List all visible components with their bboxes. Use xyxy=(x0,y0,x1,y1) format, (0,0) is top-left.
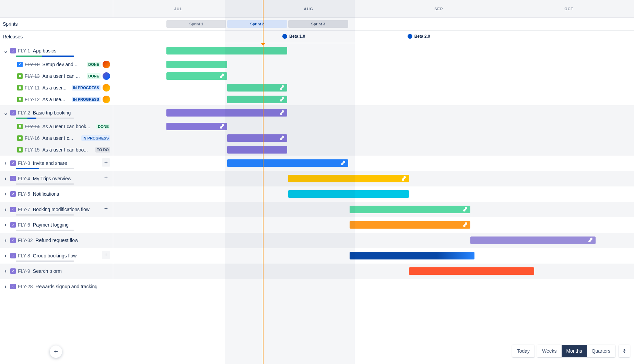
avatar[interactable] xyxy=(103,61,110,68)
create-issue-fab[interactable]: + xyxy=(50,345,62,358)
create-child-button[interactable]: + xyxy=(102,251,110,259)
dependency-link-icon[interactable] xyxy=(588,238,593,243)
avatar[interactable] xyxy=(103,96,110,103)
dependency-link-icon[interactable] xyxy=(220,124,224,130)
epic-row[interactable]: ⌄FLY-1App basics xyxy=(0,43,113,59)
issue-row[interactable]: FLY-14As a user I can book...DONE xyxy=(0,121,113,132)
issue-key[interactable]: FLY-15 xyxy=(25,147,40,153)
collapse-fullscreen-button[interactable] xyxy=(619,345,630,357)
epic-row[interactable]: ›FLY-28Rewards signup and tracking xyxy=(0,279,113,294)
chevron-right-icon[interactable]: › xyxy=(3,238,8,243)
issue-key[interactable]: FLY-12 xyxy=(25,97,40,102)
issue-key[interactable]: FLY-16 xyxy=(25,135,40,141)
issue-key[interactable]: FLY-5 xyxy=(18,191,30,197)
gantt-bar[interactable] xyxy=(409,267,534,275)
gantt-bar[interactable] xyxy=(227,134,287,142)
chevron-right-icon[interactable]: › xyxy=(3,284,8,289)
issue-key[interactable]: FLY-10 xyxy=(25,62,40,67)
chevron-right-icon[interactable]: › xyxy=(3,191,8,197)
epic-row[interactable]: ›FLY-32Refund request flow xyxy=(0,233,113,248)
issue-key[interactable]: FLY-32 xyxy=(18,238,33,243)
epic-row[interactable]: ⌄FLY-2Basic trip booking xyxy=(0,105,113,121)
chevron-right-icon[interactable]: › xyxy=(3,207,8,212)
chevron-right-icon[interactable]: › xyxy=(3,176,8,181)
today-button[interactable]: Today xyxy=(512,345,535,357)
status-badge[interactable]: IN PROGRESS xyxy=(81,135,110,141)
status-badge[interactable]: IN PROGRESS xyxy=(72,85,101,90)
chevron-right-icon[interactable]: › xyxy=(3,268,8,274)
status-badge[interactable]: IN PROGRESS xyxy=(72,97,101,102)
gantt-bar[interactable] xyxy=(227,84,287,92)
status-badge[interactable]: DONE xyxy=(87,73,101,79)
issue-key[interactable]: FLY-4 xyxy=(18,176,30,181)
dependency-link-icon[interactable] xyxy=(341,160,345,166)
dependency-link-icon[interactable] xyxy=(280,135,284,141)
sprint-pill[interactable]: Sprint 1 xyxy=(166,20,226,28)
issue-key[interactable]: FLY-11 xyxy=(25,85,40,90)
issue-key[interactable]: FLY-8 xyxy=(18,253,30,258)
issue-key[interactable]: FLY-9 xyxy=(18,268,30,274)
dependency-link-icon[interactable] xyxy=(463,222,468,228)
zoom-quarters-button[interactable]: Quarters xyxy=(587,345,615,357)
gantt-bar[interactable] xyxy=(288,175,409,182)
issue-row[interactable]: FLY-15As a user I can boo...TO DO xyxy=(0,144,113,156)
zoom-months-button[interactable]: Months xyxy=(562,345,587,357)
status-badge[interactable]: DONE xyxy=(96,124,110,129)
issue-key[interactable]: FLY-13 xyxy=(25,73,40,79)
dependency-link-icon[interactable] xyxy=(280,97,284,102)
avatar[interactable] xyxy=(103,84,110,92)
issue-row[interactable]: FLY-16As a user I c...IN PROGRESS xyxy=(0,132,113,144)
release-marker[interactable]: Beta 1.0 xyxy=(282,34,305,39)
gantt-bar[interactable] xyxy=(166,47,287,54)
dependency-link-icon[interactable] xyxy=(463,207,468,213)
epic-row[interactable]: ›FLY-3Invite and share+ xyxy=(0,156,113,171)
issue-key[interactable]: FLY-7 xyxy=(18,207,30,212)
chevron-right-icon[interactable]: › xyxy=(3,253,8,258)
issue-key[interactable]: FLY-2 xyxy=(18,110,30,116)
issue-row[interactable]: FLY-11As a user...IN PROGRESS xyxy=(0,82,113,94)
gantt-bar[interactable] xyxy=(288,190,409,198)
gantt-bar[interactable] xyxy=(470,236,595,244)
epic-row[interactable]: ›FLY-5Notifications xyxy=(0,186,113,202)
epic-row[interactable]: ›FLY-4My Trips overview+ xyxy=(0,171,113,186)
chevron-right-icon[interactable]: › xyxy=(3,160,8,166)
gantt-bar[interactable] xyxy=(166,72,227,80)
issue-key[interactable]: FLY-14 xyxy=(25,124,40,129)
release-marker[interactable]: Beta 2.0 xyxy=(408,34,430,39)
issue-row[interactable]: FLY-10Setup dev and ...DONE xyxy=(0,59,113,70)
avatar[interactable] xyxy=(103,72,110,80)
chevron-down-icon[interactable]: ⌄ xyxy=(3,48,8,53)
issue-key[interactable]: FLY-6 xyxy=(18,222,30,228)
issue-row[interactable]: FLY-12As a use...IN PROGRESS xyxy=(0,94,113,105)
sprint-pill[interactable]: Sprint 3 xyxy=(288,20,348,28)
epic-row[interactable]: ›FLY-8Group bookings flow+ xyxy=(0,248,113,264)
issue-row[interactable]: FLY-13As a user I can ...DONE xyxy=(0,70,113,82)
gantt-bar[interactable] xyxy=(227,96,287,103)
dependency-link-icon[interactable] xyxy=(220,73,224,79)
gantt-bar[interactable] xyxy=(227,159,348,167)
create-child-button[interactable]: + xyxy=(102,158,110,167)
gantt-bar[interactable] xyxy=(166,123,227,130)
issue-key[interactable]: FLY-1 xyxy=(18,48,30,53)
issue-key[interactable]: FLY-3 xyxy=(18,160,30,166)
chevron-down-icon[interactable]: ⌄ xyxy=(3,110,8,116)
timeline[interactable]: JULAUGSEPOCT Sprint 1Sprint 2Sprint 3 Be… xyxy=(113,0,634,364)
status-badge[interactable]: DONE xyxy=(87,62,101,67)
dependency-link-icon[interactable] xyxy=(280,110,284,116)
gantt-bar[interactable] xyxy=(350,206,470,213)
issue-key[interactable]: FLY-28 xyxy=(18,284,33,289)
create-child-button[interactable]: + xyxy=(102,205,110,213)
gantt-bar[interactable] xyxy=(227,146,287,154)
epic-row[interactable]: ›FLY-9Search p orm xyxy=(0,264,113,279)
gantt-bar[interactable] xyxy=(350,252,474,259)
dependency-link-icon[interactable] xyxy=(280,85,284,91)
zoom-weeks-button[interactable]: Weeks xyxy=(537,345,562,357)
gantt-bar[interactable] xyxy=(166,109,287,117)
sprint-pill[interactable]: Sprint 2 xyxy=(227,20,287,28)
epic-row[interactable]: ›FLY-6Payment logging xyxy=(0,217,113,233)
chevron-right-icon[interactable]: › xyxy=(3,222,8,228)
gantt-bar[interactable] xyxy=(166,61,227,68)
status-badge[interactable]: TO DO xyxy=(95,147,110,153)
dependency-link-icon[interactable] xyxy=(401,176,406,182)
gantt-bar[interactable] xyxy=(350,221,470,229)
